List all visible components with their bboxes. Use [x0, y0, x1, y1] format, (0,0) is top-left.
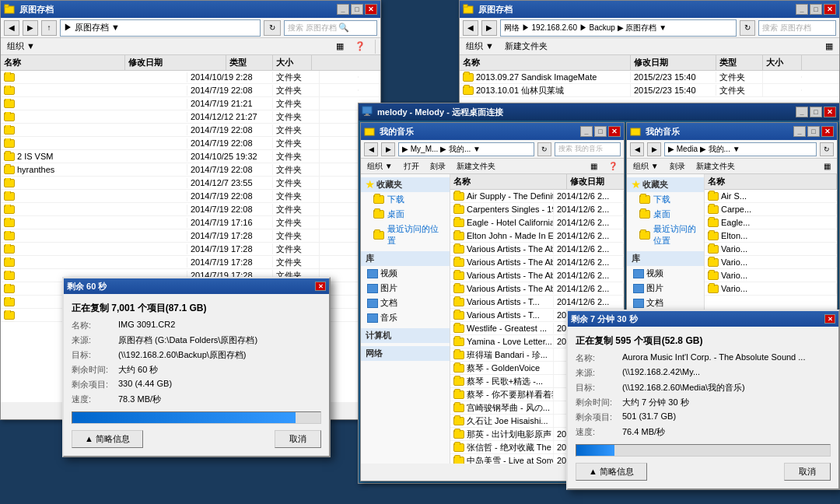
p2-close[interactable]: ✕ — [824, 314, 835, 324]
minimize-button-r[interactable]: _ — [796, 4, 808, 15]
file-row[interactable]: 2014/7/19 17:28 文件夹 — [1, 229, 380, 243]
sidebar-recent[interactable]: 最近访问的位置 — [361, 222, 450, 248]
refresh-btn-r[interactable]: ↻ — [740, 20, 755, 36]
mr-col-name[interactable]: 名称 — [705, 174, 837, 189]
close-button[interactable]: ✕ — [365, 4, 377, 15]
ml-menu-burn[interactable]: 刻录 — [427, 160, 449, 173]
file-row[interactable]: 2014/7/19 22:08 文件夹 — [1, 124, 380, 137]
ml-menu-new[interactable]: 新建文件夹 — [453, 160, 499, 173]
ml-file-row[interactable]: Various Artists - The Absolute Sou... 20… — [450, 256, 624, 269]
ml-file-row[interactable]: Various Artists - The Absolute Sou... 20… — [450, 282, 624, 296]
menu-views-r[interactable]: ▦ — [822, 40, 836, 52]
ml-file-row[interactable]: Various Artists - The Absolute Sou... 20… — [450, 243, 624, 256]
sidebar-docs[interactable]: 文档 — [361, 296, 450, 310]
file-row[interactable]: 2014/7/19 22:08 文件夹 — [1, 137, 380, 150]
mr-images[interactable]: 图片 — [627, 281, 704, 296]
menu-help[interactable]: ❓ — [352, 40, 369, 52]
mr-refresh[interactable]: ↻ — [820, 142, 834, 156]
file-row[interactable]: hyranthes 2014/7/19 22:08 文件夹 — [1, 163, 380, 177]
ml-file-row[interactable]: Carpenters Singles - 1969-1981 - S... 20… — [450, 203, 624, 216]
col-date-r[interactable]: 修改日期 — [631, 55, 716, 70]
sidebar-video[interactable]: 视频 — [361, 266, 450, 281]
file-row[interactable]: 2014/12/12 21:27 文件夹 — [1, 110, 380, 124]
file-row[interactable]: 2014/7/19 22:08 文件夹 — [1, 190, 380, 203]
ml-minimize[interactable]: _ — [580, 126, 593, 137]
explorer-left-titlebar[interactable]: 原图存档 _ □ ✕ — [1, 1, 380, 18]
ml-file-row[interactable]: Various Artists - T... 2014/12/6 2... — [450, 296, 624, 309]
file-row-r[interactable]: 2013.09.27 Sandisk ImageMate 2015/2/23 1… — [460, 71, 839, 84]
refresh-button[interactable]: ↻ — [264, 20, 281, 36]
p1-cancel-btn[interactable]: 取消 — [275, 430, 321, 448]
file-row-r[interactable]: 2013.10.01 仙林贝莱城 2015/2/23 15:40 文件夹 — [460, 84, 839, 97]
mr-desktop[interactable]: 桌面 — [627, 207, 704, 222]
minimize-button[interactable]: _ — [337, 4, 349, 15]
mr-file-row[interactable]: Carpe... — [705, 203, 837, 216]
p2-detail-btn[interactable]: ▲ 简略信息 — [576, 463, 647, 481]
remote-minimize[interactable]: _ — [796, 107, 808, 117]
ml-menu-views[interactable]: ▦ — [587, 161, 600, 171]
ml-menu-organize[interactable]: 组织 ▼ — [364, 160, 396, 173]
mr-menu-organize[interactable]: 组织 ▼ — [630, 160, 662, 173]
file-row[interactable]: 2 IS VSM 2014/10/25 19:32 文件夹 — [1, 150, 380, 163]
ml-col-name[interactable]: 名称 — [450, 174, 567, 189]
menu-views[interactable]: ▦ — [333, 40, 347, 52]
menu-organize[interactable]: 组织 ▼ — [4, 40, 38, 53]
remote-maximize[interactable]: □ — [810, 107, 822, 117]
sidebar-music[interactable]: 音乐 — [361, 310, 450, 325]
search-box[interactable]: 搜索 原图存档 🔍 — [284, 20, 377, 36]
search-box-r[interactable]: 搜索 原图存档 — [758, 20, 836, 36]
ml-file-row[interactable]: Various Artists - The Absolute Sou... 20… — [450, 269, 624, 282]
ml-close[interactable]: ✕ — [608, 126, 621, 137]
mr-minimize[interactable]: _ — [793, 126, 806, 137]
file-row[interactable]: 2014/7/19 17:28 文件夹 — [1, 243, 380, 256]
progress1-titlebar[interactable]: 剩余 60 秒 ✕ — [64, 278, 329, 294]
progress2-titlebar[interactable]: 剩余 7 分钟 30 秒 ✕ — [568, 311, 838, 327]
file-row[interactable]: 2014/12/7 23:55 文件夹 — [1, 177, 380, 190]
mr-file-row[interactable]: Air S... — [705, 190, 837, 203]
sidebar-downloads[interactable]: 下载 — [361, 192, 450, 207]
mr-recent[interactable]: 最近访问的位置 — [627, 222, 704, 248]
ml-col-date[interactable]: 修改日期 — [567, 174, 624, 189]
mr-close[interactable]: ✕ — [821, 126, 834, 137]
mr-file-row[interactable]: Vario... — [705, 256, 837, 269]
col-type-header[interactable]: 类型 — [226, 55, 273, 70]
up-button[interactable]: ↑ — [41, 20, 57, 36]
col-size-r[interactable]: 大小 — [763, 55, 802, 70]
p1-close[interactable]: ✕ — [315, 282, 326, 291]
address-bar[interactable]: ▶ 原图存档 ▼ — [60, 19, 261, 37]
file-row[interactable]: 2014/10/19 2:28 文件夹 — [1, 71, 380, 84]
ml-menu-help[interactable]: ❓ — [605, 161, 621, 171]
col-type-r[interactable]: 类型 — [716, 55, 763, 70]
forward-button[interactable]: ▶ — [23, 20, 38, 36]
file-row[interactable]: 2014/7/19 22:08 文件夹 — [1, 203, 380, 216]
mr-file-row[interactable]: Vario... — [705, 282, 837, 296]
maximize-button[interactable]: □ — [351, 4, 363, 15]
music-right-titlebar[interactable]: 我的音乐 _ □ ✕ — [627, 123, 837, 140]
p2-cancel-btn[interactable]: 取消 — [784, 463, 831, 481]
menu-new-folder-r[interactable]: 新建文件夹 — [502, 40, 551, 53]
ml-fwd[interactable]: ▶ — [381, 142, 395, 156]
sidebar-desktop[interactable]: 桌面 — [361, 207, 450, 222]
mr-file-row[interactable]: Eagle... — [705, 216, 837, 229]
explorer-right-titlebar[interactable]: 原图存档 _ □ ✕ — [460, 1, 839, 18]
p1-detail-btn[interactable]: ▲ 简略信息 — [72, 430, 143, 448]
ml-back[interactable]: ◀ — [364, 142, 378, 156]
ml-maximize[interactable]: □ — [594, 126, 607, 137]
mr-downloads[interactable]: 下载 — [627, 192, 704, 207]
mr-maximize[interactable]: □ — [807, 126, 820, 137]
maximize-button-r[interactable]: □ — [810, 4, 822, 15]
mr-docs[interactable]: 文档 — [627, 296, 704, 310]
mr-menu-new[interactable]: 新建文件夹 — [693, 160, 738, 173]
breadcrumb-r[interactable]: 网络 ▶ 192.168.2.60 ▶ Backup ▶ 原图存档 ▼ — [500, 19, 737, 37]
mr-fwd[interactable]: ▶ — [647, 142, 661, 156]
col-name-header[interactable]: 名称 — [1, 55, 125, 70]
col-name-r[interactable]: 名称 — [460, 55, 631, 70]
ml-breadcrumb[interactable]: ▶ My_M... ▶ 我的... ▼ — [398, 142, 534, 156]
mr-file-row[interactable]: Vario... — [705, 269, 837, 282]
menu-organize-r[interactable]: 组织 ▼ — [463, 40, 497, 53]
mr-menu-burn[interactable]: 刻录 — [667, 160, 688, 173]
ml-file-row[interactable]: Eagle - Hotel California 专辑 SACD... 2014… — [450, 216, 624, 229]
file-row[interactable]: 2014/7/19 17:28 文件夹 — [1, 256, 380, 269]
col-date-header[interactable]: 修改日期 — [125, 55, 226, 70]
ml-search[interactable]: 搜索 我的音乐 — [555, 142, 621, 156]
